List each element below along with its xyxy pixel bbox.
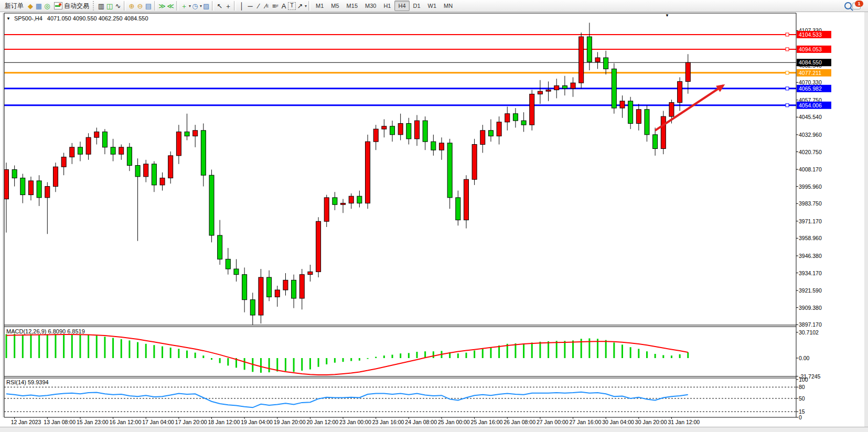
- cursor-icon[interactable]: ↖: [216, 2, 224, 10]
- chart-dropdown-icon[interactable]: ▼: [6, 16, 10, 21]
- macd-tick-label: 0.00: [799, 355, 810, 361]
- zoom-out-icon[interactable]: ⊖: [136, 2, 144, 10]
- search-icon[interactable]: [844, 2, 852, 10]
- x-axis-label: 30 Jan 20:00: [635, 419, 667, 425]
- main-toolbar: 新订单 ◆ ▦ ◎ 自动交易 ▥ ◫ ∿ ⊕ ⊖ ▤ ≫ ≪ ＋▾ ◷▾ ▨ ↖…: [0, 0, 868, 12]
- price-tick-label: 3971.170: [799, 218, 822, 224]
- templates-icon[interactable]: ▨: [202, 2, 210, 10]
- chart-background: [0, 12, 868, 432]
- chart-symbol-period: SP500-,H4: [14, 15, 42, 21]
- timeframe-group: M1M5M15M30H1H4D1W1MN: [312, 1, 456, 11]
- price-tick-label: 4032.960: [799, 132, 822, 138]
- x-axis-label: 23 Jan 00:00: [339, 419, 371, 425]
- new-order-button[interactable]: 新订单: [2, 0, 26, 12]
- price-badge-label: 4065.982: [799, 85, 822, 92]
- zoom-in-icon[interactable]: ⊕: [127, 2, 136, 10]
- chat-bubble-icon: 1: [852, 3, 861, 9]
- price-badge-label: 4077.211: [799, 70, 821, 76]
- x-axis-label: 25 Jan 16:00: [471, 419, 503, 425]
- autotrade-chart-icon: [54, 2, 62, 9]
- vertical-line-icon[interactable]: │: [238, 2, 246, 10]
- indicators-icon[interactable]: ＋: [180, 2, 188, 10]
- timeframe-m30[interactable]: M30: [361, 1, 380, 11]
- notifications-button[interactable]: 1: [852, 2, 861, 10]
- hline-anchor-handle[interactable]: [786, 104, 789, 107]
- candlestick-chart-icon[interactable]: ◫: [105, 2, 114, 10]
- text-icon[interactable]: A: [280, 2, 288, 10]
- price-badge-label: 4084.550: [799, 59, 822, 66]
- tile-windows-icon[interactable]: ▤: [144, 2, 153, 10]
- chart-ohlc-values: 4071.050 4090.550 4062.250 4084.550: [47, 15, 148, 21]
- x-axis-label: 19 Jan 04:00: [241, 419, 273, 425]
- price-tick-label: 3909.380: [799, 305, 822, 311]
- hline-anchor-handle[interactable]: [786, 33, 789, 36]
- price-tick-label: 3934.170: [799, 270, 822, 276]
- x-axis-label: 15 Jan 23:00: [77, 419, 109, 425]
- auto-scroll-icon[interactable]: ≫: [158, 2, 166, 10]
- chart-canvas[interactable]: 4107.3304082.5404070.3304057.7504045.540…: [0, 0, 868, 432]
- candle: [366, 135, 370, 209]
- x-axis-label: 13 Jan 08:00: [44, 419, 76, 425]
- computer-icon[interactable]: ▦: [35, 2, 43, 10]
- text-label-icon[interactable]: T: [288, 2, 296, 10]
- toolbar-separator: [154, 1, 156, 10]
- price-tick-label: 3983.750: [799, 200, 822, 207]
- rsi-tick-label: 50: [799, 395, 805, 402]
- crosshair-icon[interactable]: ＋: [224, 2, 232, 10]
- price-tick-label: 4070.330: [799, 79, 822, 85]
- fibonacci-icon[interactable]: ≡F: [271, 2, 280, 10]
- x-axis-label: 26 Jan 08:00: [503, 419, 535, 425]
- trendline-icon[interactable]: ∕: [254, 2, 263, 10]
- notification-badge: 1: [855, 1, 863, 7]
- rsi-tick-label: 100: [799, 376, 808, 383]
- x-axis-label: 16 Jan 12:00: [110, 419, 142, 425]
- candle: [612, 63, 616, 114]
- rsi-tick-label: 80: [799, 384, 805, 390]
- x-axis-label: 19 Jan 20:00: [274, 419, 306, 425]
- timeframe-d1[interactable]: D1: [410, 1, 424, 11]
- chart-shift-icon[interactable]: ≪: [166, 2, 175, 10]
- timeframe-m1[interactable]: M1: [312, 1, 327, 11]
- right-edge-strip: [864, 12, 868, 427]
- candle: [259, 269, 263, 323]
- x-axis-label: 23 Jan 16:00: [372, 419, 404, 425]
- x-axis-label: 25 Jan 00:00: [438, 419, 470, 425]
- price-tick-label: 4008.170: [799, 166, 822, 172]
- x-axis-label: 20 Jan 12:00: [306, 419, 338, 425]
- timeframe-m5[interactable]: M5: [327, 1, 342, 11]
- window-menu-arrow[interactable]: ▼: [665, 13, 669, 18]
- x-axis-label: 27 Jan 00:00: [537, 419, 569, 425]
- equidistant-channel-icon[interactable]: ∕E: [263, 2, 271, 10]
- timeframe-m15[interactable]: M15: [343, 1, 361, 11]
- hline-anchor-handle[interactable]: [786, 48, 789, 51]
- x-axis-label: 18 Jan 12:00: [208, 419, 240, 425]
- periods-clock-icon[interactable]: ◷: [191, 2, 199, 10]
- timeframe-h4[interactable]: H4: [394, 1, 409, 11]
- timeframe-h1[interactable]: H1: [380, 1, 394, 11]
- hline-anchor-handle[interactable]: [786, 87, 789, 90]
- price-tick-label: 4020.750: [799, 149, 822, 155]
- price-tick-label: 3946.380: [799, 253, 822, 259]
- line-chart-icon[interactable]: ∿: [114, 2, 122, 10]
- status-bar: [0, 427, 868, 432]
- gold-coins-icon[interactable]: ◆: [26, 2, 35, 10]
- signal-icon[interactable]: ◎: [43, 2, 51, 10]
- candle: [209, 170, 214, 243]
- arrows-tool-icon[interactable]: ↗: [296, 2, 304, 10]
- x-axis-label: 24 Jan 08:00: [405, 419, 437, 425]
- x-axis-label: 30 Jan 04:00: [602, 419, 634, 425]
- candle: [661, 111, 666, 154]
- hline-anchor-handle[interactable]: [786, 71, 789, 74]
- price-tick-label: 3995.960: [799, 183, 822, 190]
- horizontal-line-icon[interactable]: ─: [246, 2, 254, 10]
- price-badge-label: 4054.006: [799, 102, 822, 109]
- timeframe-mn[interactable]: MN: [440, 1, 456, 11]
- candle: [316, 217, 321, 277]
- candle: [472, 139, 477, 185]
- timeframe-w1[interactable]: W1: [424, 1, 441, 11]
- autotrade-button[interactable]: 自动交易: [51, 0, 92, 12]
- rsi-indicator-label: RSI(14) 59.9394: [6, 379, 49, 385]
- arrows-dropdown-arrow[interactable]: ▾: [305, 4, 307, 8]
- bar-chart-icon[interactable]: ▥: [97, 2, 105, 10]
- rsi-tick-label: 0: [799, 414, 802, 420]
